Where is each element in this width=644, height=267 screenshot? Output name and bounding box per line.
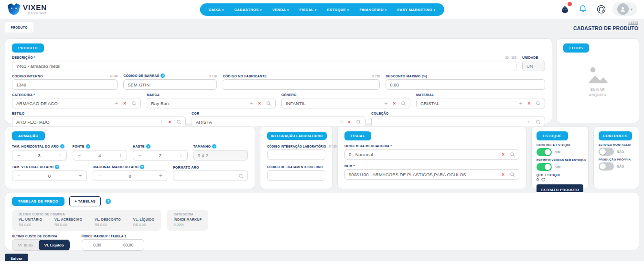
help-icon[interactable]: ?: [161, 74, 165, 78]
money-bag-icon[interactable]: [558, 2, 571, 16]
plus-icon[interactable]: +: [154, 172, 167, 179]
search-icon[interactable]: [536, 119, 541, 125]
minus-icon[interactable]: −: [133, 152, 146, 159]
bell-icon[interactable]: [576, 2, 590, 16]
minus-icon[interactable]: −: [73, 152, 86, 159]
add-icon[interactable]: +: [519, 100, 522, 106]
badge-produto: PRODUTO: [12, 43, 44, 53]
nav-financeiro[interactable]: FINANCEIRO▾: [359, 8, 386, 12]
cadastro-produto-page: VIXEN ÓTICA WEB CAIXA▾ CADASTROS▾ VENDA▾…: [0, 0, 644, 267]
add-icon[interactable]: +: [527, 119, 530, 125]
add-icon[interactable]: +: [250, 100, 253, 106]
tam-vertical-stepper[interactable]: − 0 +: [12, 171, 87, 181]
minus-icon[interactable]: −: [93, 172, 106, 179]
search-icon[interactable]: [536, 101, 541, 106]
material-label: MATERIAL: [416, 93, 434, 96]
controla-estoque-label: CONTROLA ESTOQUE: [537, 143, 583, 147]
add-icon[interactable]: +: [115, 100, 118, 106]
search-icon[interactable]: [131, 101, 137, 106]
formato-aro-input[interactable]: [173, 171, 248, 181]
plus-icon[interactable]: +: [54, 152, 66, 159]
help-icon[interactable]: ?: [212, 144, 216, 149]
vl-acrescimo-label: VL. ACRÉSCIMO: [54, 218, 82, 221]
clear-icon[interactable]: ×: [502, 172, 504, 177]
vixen-logo[interactable]: VIXEN ÓTICA WEB: [7, 3, 47, 15]
producao-propria-toggle[interactable]: [599, 162, 614, 171]
add-icon[interactable]: +: [160, 119, 163, 125]
vl-bruto-option[interactable]: Vl. Bruto: [12, 240, 39, 250]
search-icon[interactable]: [176, 119, 182, 125]
codigo-integracao-input[interactable]: [267, 150, 325, 160]
plus-icon[interactable]: +: [175, 152, 187, 159]
card-produto: PRODUTO DESCRIÇÃO * 20 / 100 UNIDADE CÓD…: [5, 38, 552, 123]
upload-label-line1: ENVIAR: [589, 87, 607, 92]
upload-dropzone[interactable]: ENVIAR ARQUIVO: [563, 55, 632, 108]
markup-tabela1-input[interactable]: [113, 239, 144, 251]
card-armacao: ARMAÇÃO TAM. HORIZONTAL DO ARO? − 3 + PO…: [5, 126, 255, 189]
controla-estoque-toggle[interactable]: [537, 148, 552, 156]
nav-caixa[interactable]: CAIXA▾: [209, 8, 224, 12]
search-icon[interactable]: [510, 152, 515, 157]
haste-value: 2: [146, 153, 175, 158]
vl-liquido-option[interactable]: Vl. Líquido: [39, 240, 70, 250]
origem-input[interactable]: [344, 149, 519, 160]
help-icon[interactable]: ?: [55, 165, 59, 169]
upload-label-line2: ARQUIVO: [589, 92, 607, 97]
add-tabelas-button[interactable]: + TABELAS: [69, 196, 101, 206]
search-icon[interactable]: [401, 101, 406, 106]
tam-horizontal-stepper[interactable]: − 3 +: [12, 150, 67, 160]
minus-icon[interactable]: −: [12, 172, 25, 179]
markup-input[interactable]: [82, 239, 113, 251]
support-headset-icon[interactable]: [594, 2, 608, 16]
add-icon[interactable]: +: [385, 100, 387, 106]
clear-icon[interactable]: ×: [393, 101, 396, 106]
diagonal-stepper[interactable]: − 0 +: [93, 171, 168, 181]
help-icon[interactable]: ?: [106, 199, 111, 204]
user-menu[interactable]: ▾: [612, 2, 637, 16]
descricao-input[interactable]: [12, 61, 516, 71]
nav-fiscal[interactable]: FISCAL▾: [300, 8, 317, 12]
haste-label: HASTE: [133, 145, 145, 148]
permitir-vendas-toggle[interactable]: [537, 163, 552, 171]
search-icon[interactable]: [266, 101, 271, 106]
chevron-down-icon: ▾: [434, 8, 435, 11]
clear-icon[interactable]: ×: [502, 152, 504, 157]
haste-stepper[interactable]: − 2 +: [133, 150, 188, 160]
minus-icon[interactable]: −: [12, 152, 25, 159]
codigo-tratamento-input[interactable]: [267, 170, 325, 181]
plus-icon[interactable]: +: [114, 152, 127, 159]
tab-produto[interactable]: PRODUTO: [5, 22, 33, 32]
colecao-input[interactable]: [371, 117, 545, 127]
codigo-fabricante-label: CÓDIGO NO FABRICANTE: [223, 75, 267, 78]
image-placeholder-icon: [585, 66, 610, 84]
refresh-icon[interactable]: [541, 177, 546, 182]
help-icon[interactable]: ?: [86, 144, 90, 149]
clear-icon[interactable]: ×: [527, 101, 530, 106]
codigo-fabricante-input[interactable]: [223, 79, 380, 90]
plus-icon[interactable]: +: [74, 172, 86, 179]
help-icon[interactable]: ?: [146, 144, 150, 149]
clear-icon[interactable]: ×: [258, 101, 261, 106]
nav-estoque[interactable]: ESTOQUE▾: [327, 8, 349, 12]
codigo-barras-input[interactable]: [123, 79, 217, 90]
badge-fiscal: FISCAL: [344, 131, 371, 140]
help-icon[interactable]: ?: [140, 165, 144, 169]
clear-icon[interactable]: ×: [348, 119, 351, 125]
nav-easy-marketing[interactable]: EASY MARKETING▾: [397, 8, 435, 12]
desconto-maximo-input[interactable]: [386, 79, 545, 90]
codigo-interno-counter: 4 / 40: [110, 75, 118, 78]
add-icon[interactable]: +: [340, 119, 343, 125]
search-icon[interactable]: [356, 119, 361, 125]
nav-venda[interactable]: VENDA▾: [272, 8, 289, 12]
search-icon[interactable]: [238, 173, 244, 179]
ponte-stepper[interactable]: − 4 +: [73, 150, 128, 160]
nav-cadastros[interactable]: CADASTROS▾: [234, 8, 262, 12]
clear-icon[interactable]: ×: [123, 101, 126, 106]
ncm-input[interactable]: [344, 169, 519, 180]
record-id-link[interactable]: #1349: [628, 21, 638, 25]
search-icon[interactable]: [510, 172, 515, 177]
help-icon[interactable]: ?: [60, 144, 64, 149]
clear-icon[interactable]: ×: [168, 119, 171, 125]
codigo-interno-input[interactable]: [12, 79, 118, 90]
servico-montagem-toggle[interactable]: [599, 148, 614, 156]
